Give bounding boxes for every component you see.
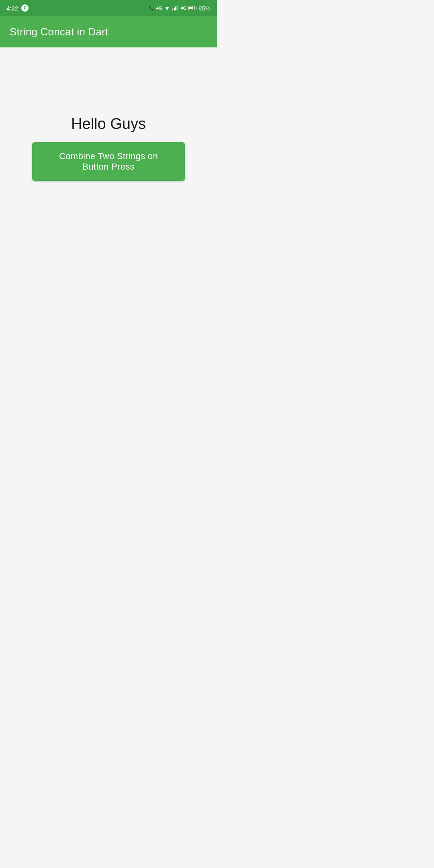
battery-percentage: 85% bbox=[199, 5, 211, 12]
svg-rect-3 bbox=[177, 5, 178, 10]
battery-charging-icon: ⚡ bbox=[190, 6, 194, 10]
signal-bars-icon bbox=[172, 5, 178, 12]
result-display-text: Hello Guys bbox=[71, 115, 146, 133]
combine-strings-button[interactable]: Combine Two Strings on Button Press bbox=[32, 142, 185, 181]
svg-rect-2 bbox=[175, 6, 176, 10]
call-4g-icon: 📞 bbox=[149, 6, 154, 11]
pocket-app-icon: P bbox=[21, 4, 29, 12]
battery-body: ⚡ bbox=[188, 6, 195, 10]
app-bar: String Concat in Dart bbox=[0, 16, 217, 47]
app-title: String Concat in Dart bbox=[10, 26, 108, 38]
network-4g-label-2: 4G bbox=[180, 6, 186, 10]
status-bar-left: 4:22 P bbox=[6, 4, 29, 12]
status-bar: 4:22 P 📞 4G ▼ 4G ⚡ 85% bbox=[0, 0, 217, 16]
main-content: Hello Guys Combine Two Strings on Button… bbox=[0, 47, 217, 249]
bottom-area bbox=[0, 249, 217, 434]
svg-rect-0 bbox=[172, 9, 173, 10]
status-time: 4:22 bbox=[6, 5, 18, 12]
battery-cap bbox=[196, 7, 197, 9]
status-bar-right: 📞 4G ▼ 4G ⚡ 85% bbox=[149, 5, 211, 12]
svg-rect-1 bbox=[174, 8, 175, 10]
wifi-icon: ▼ bbox=[164, 5, 170, 12]
network-4g-label: 4G bbox=[156, 6, 162, 10]
battery-indicator: ⚡ bbox=[188, 6, 197, 10]
